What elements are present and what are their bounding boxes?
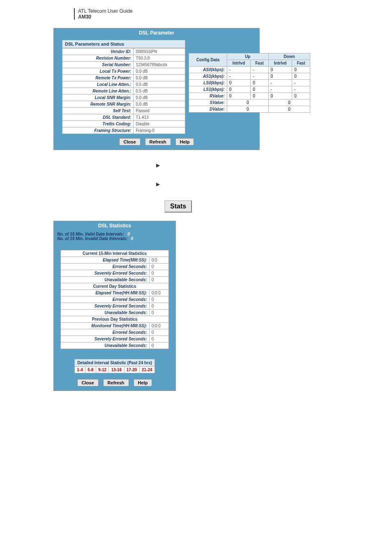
config-value: 0: [227, 93, 250, 99]
stats-label: Errored Seconds:: [61, 296, 150, 303]
stats-value: 0:0:0: [149, 323, 168, 329]
stats-label: Elapsed Time(MM:SS):: [61, 257, 150, 264]
interval-link[interactable]: 17-20: [124, 367, 139, 373]
param-value: 123456789abcdx: [134, 62, 185, 68]
interval-link[interactable]: 21-24: [139, 367, 154, 373]
close-button[interactable]: Close: [77, 379, 99, 386]
interval-link[interactable]: 9-12: [96, 367, 109, 373]
help-button[interactable]: Help: [175, 138, 194, 146]
stats-button-area: Stats: [164, 200, 392, 213]
param-value: Framing-0: [134, 127, 185, 134]
stats-label: Severely Errored Seconds:: [61, 303, 150, 310]
param-value: T1.413: [134, 114, 185, 121]
param-label: Remote SNR Margin:: [62, 101, 134, 108]
config-data-table: Config Data Up Down Intrlvd Fast Intrlvd…: [189, 53, 310, 113]
stats-value: 0: [149, 296, 168, 303]
config-row-label: LS0(kbps):: [189, 80, 227, 86]
config-value: -: [227, 67, 250, 73]
dsl-param-section-header: DSL Parameters and Status: [62, 40, 185, 48]
stats-label: Severely Errored Seconds:: [61, 270, 150, 277]
dsl-param-button-bar: Close Refresh Help: [54, 134, 259, 150]
dsl-parameter-panel: DSL Parameter DSL Parameters and Status …: [53, 28, 260, 150]
config-value: -: [292, 86, 310, 93]
stats-value: 0: [149, 336, 168, 342]
stats-value: 0: [149, 342, 168, 349]
header-line1: ATL Telecom User Guide: [78, 8, 392, 14]
param-label: Serial Number:: [62, 62, 134, 68]
config-value: -: [268, 80, 292, 86]
stats-label: Errored Seconds:: [61, 329, 150, 336]
param-value: T93.3.8: [134, 55, 185, 62]
config-up-fast: Fast: [251, 60, 269, 67]
dsl-param-title: DSL Parameter: [54, 28, 259, 37]
arrow-icon: ▶: [156, 162, 160, 168]
param-value: 0.0 dB: [134, 68, 185, 75]
config-row-label: LS1(kbps):: [189, 86, 227, 93]
stats-value: 0: [149, 310, 168, 316]
config-value: -: [251, 73, 269, 80]
stats-section-header: Current Day Statistics: [61, 283, 169, 290]
config-row-label: AS1(kbps):: [189, 73, 227, 80]
stats-label: Unavailable Seconds:: [61, 277, 150, 283]
stats-label: Elapsed Time(HH:MM:SS):: [61, 290, 150, 296]
page-header: ATL Telecom User Guide AM30: [74, 8, 392, 20]
interval-link[interactable]: 1-4: [75, 367, 85, 373]
config-value: 0: [227, 106, 268, 113]
param-label: Vendor ID:: [62, 49, 134, 55]
stats-button[interactable]: Stats: [164, 200, 192, 213]
param-label: Framing Structure:: [62, 127, 134, 134]
config-value: 0: [292, 73, 310, 80]
param-label: Trellis Coding:: [62, 121, 134, 127]
param-label: Self Test:: [62, 108, 134, 114]
help-button[interactable]: Help: [134, 379, 152, 386]
invalid-intervals-label: No. of 15 Min. Invalid Data Intervals:: [57, 236, 127, 241]
instruction-row-1: ▶: [156, 162, 392, 168]
param-value: 00B5GSPN: [134, 49, 185, 55]
config-value: 0: [251, 93, 269, 99]
config-value: 0: [227, 86, 250, 93]
dsl-stats-button-bar: Close Refresh Help: [54, 375, 175, 391]
config-row-label: DValue:: [189, 106, 227, 113]
param-value: 0.5 dB: [134, 81, 185, 88]
interval-link[interactable]: 5-8: [85, 367, 96, 373]
config-down-intrlvd: Intrlvd: [268, 60, 292, 67]
stats-value: 0:0:0: [149, 290, 168, 296]
stats-label: Severely Errored Seconds:: [61, 336, 150, 342]
stats-value: 0: [149, 277, 168, 283]
dsl-stats-title: DSL Statistics: [54, 221, 175, 230]
config-value: 0: [251, 86, 269, 93]
param-value: 0.0 dB: [134, 75, 185, 81]
stats-table: Current 15-Min Interval StatisticsElapse…: [60, 250, 169, 349]
config-value: -: [227, 73, 250, 80]
stats-label: Unavailable Seconds:: [61, 342, 150, 349]
config-value: 0: [268, 99, 310, 106]
stats-label: Monitored Time(HH:MM:SS):: [61, 323, 150, 329]
param-value: Disable: [134, 121, 185, 127]
close-button[interactable]: Close: [119, 138, 141, 146]
stats-value: 0: [149, 270, 168, 277]
stats-section-header: Previous Day Statistics: [61, 316, 169, 323]
stats-label: Errored Seconds:: [61, 264, 150, 270]
interval-link[interactable]: 13-16: [109, 367, 124, 373]
param-label: Remote Line Atten.:: [62, 88, 134, 95]
detailed-interval-header: Detailed Interval Statistic (Past 24 hrs…: [75, 359, 155, 367]
config-value: 0: [268, 106, 310, 113]
arrow-icon: ▶: [156, 181, 160, 187]
refresh-button[interactable]: Refresh: [145, 138, 171, 146]
param-label: Revision Number:: [62, 55, 134, 62]
valid-intervals-value: 0: [127, 232, 130, 236]
refresh-button[interactable]: Refresh: [103, 379, 129, 386]
config-up-intrlvd: Intrlvd: [227, 60, 250, 67]
config-value: -: [268, 86, 292, 93]
stats-section-header: Current 15-Min Interval Statistics: [61, 250, 169, 257]
config-row-label: RValue:: [189, 93, 227, 99]
param-value: 0.0 dB: [134, 101, 185, 108]
stats-value: 0: [149, 329, 168, 336]
valid-intervals-label: No. of 15 Min. Valid Data Intervals:: [57, 232, 124, 236]
config-value: 0: [268, 93, 292, 99]
detailed-interval-table: Detailed Interval Statistic (Past 24 hrs…: [74, 359, 155, 373]
stats-value: 0: [149, 264, 168, 270]
param-label: Remote Tx Power:: [62, 75, 134, 81]
config-value: -: [251, 67, 269, 73]
config-value: 0: [268, 73, 292, 80]
